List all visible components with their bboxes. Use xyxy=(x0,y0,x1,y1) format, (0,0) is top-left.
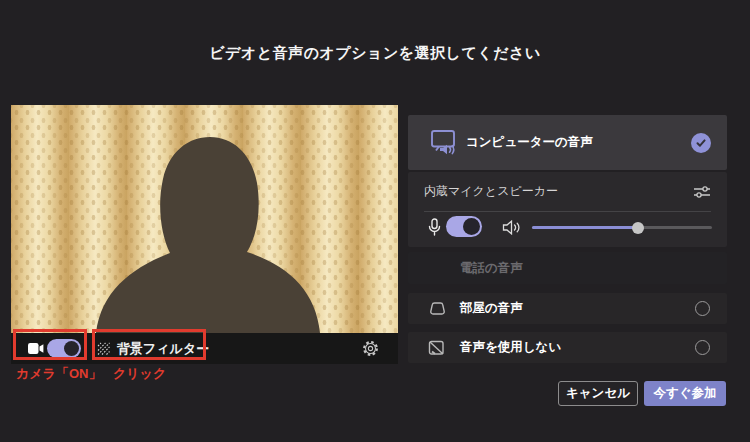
annotation-click-label: クリック xyxy=(113,365,166,383)
computer-audio-label: コンピューターの音声 xyxy=(466,134,593,151)
device-settings-sliders-icon[interactable] xyxy=(693,185,711,199)
person-silhouette xyxy=(11,105,398,333)
device-name-label: 内蔵マイクとスピーカー xyxy=(424,183,558,200)
phone-audio-label: 電話の音声 xyxy=(460,260,523,277)
no-audio-label: 音声を使用しない xyxy=(460,339,561,356)
microphone-toggle-knob xyxy=(463,218,480,235)
option-phone-audio: 電話の音声 xyxy=(408,252,727,284)
selected-check-icon xyxy=(691,133,711,153)
join-now-button[interactable]: 今すぐ参加 xyxy=(644,381,726,406)
option-room-audio[interactable]: 部屋の音声 xyxy=(408,293,727,324)
room-audio-icon xyxy=(428,301,447,316)
cancel-button[interactable]: キャンセル xyxy=(558,381,638,406)
annotation-box-background-filter xyxy=(92,329,206,360)
option-computer-audio[interactable]: コンピューターの音声 xyxy=(408,115,727,170)
prejoin-dialog: ビデオと音声のオプションを選択してください xyxy=(0,0,750,442)
microphone-toggle[interactable] xyxy=(446,216,482,237)
no-audio-radio[interactable] xyxy=(695,340,710,355)
volume-slider[interactable] xyxy=(532,226,712,229)
volume-slider-fill xyxy=(532,226,638,229)
room-audio-label: 部屋の音声 xyxy=(460,300,523,317)
no-audio-icon xyxy=(428,340,445,356)
annotation-box-camera-toggle xyxy=(13,329,87,360)
option-no-audio[interactable]: 音声を使用しない xyxy=(408,332,727,363)
microphone-icon xyxy=(428,218,441,237)
section-divider xyxy=(424,211,711,212)
speaker-icon xyxy=(502,220,522,235)
annotation-camera-on-label: カメラ「ON」 xyxy=(16,365,101,383)
volume-slider-knob[interactable] xyxy=(632,222,644,234)
computer-audio-icon xyxy=(430,129,458,156)
settings-gear-icon[interactable] xyxy=(362,340,379,357)
video-preview-curtain-background xyxy=(11,105,398,333)
room-audio-radio[interactable] xyxy=(695,301,710,316)
device-settings-section: 内蔵マイクとスピーカー xyxy=(408,172,727,247)
page-title: ビデオと音声のオプションを選択してください xyxy=(0,44,750,63)
video-preview: 背景フィルター xyxy=(11,105,398,364)
